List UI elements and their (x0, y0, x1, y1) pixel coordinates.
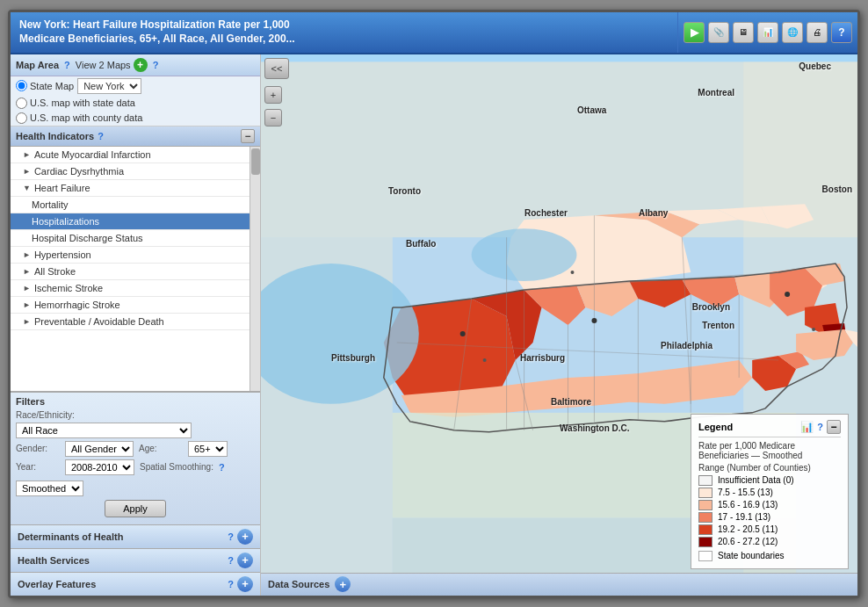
legend-subtitle: Rate per 1,000 MedicareBeneficiaries — S… (698, 441, 841, 460)
smoothing-help-icon[interactable]: ? (219, 462, 225, 473)
main-body: Map Area ? View 2 Maps + ? State Map New… (11, 54, 857, 596)
indicator-item-hf-hosp[interactable]: Hospitalizations (11, 213, 250, 230)
us-state-radio-label[interactable]: U.S. map with state data (16, 98, 135, 109)
health-indicators-header: Health Indicators ? − (11, 126, 260, 147)
indicator-item-allstroke[interactable]: ►All Stroke (11, 264, 250, 280)
map-area-help-icon[interactable]: ? (64, 60, 70, 70)
svg-point-46 (483, 358, 487, 361)
state-map-radio-label[interactable]: State Map (16, 80, 74, 91)
smoothing-select[interactable]: Smoothed (16, 481, 83, 496)
indicator-item-hf-mort[interactable]: Mortality (11, 197, 250, 213)
data-sources-plus-icon[interactable]: + (335, 576, 351, 592)
printer-button[interactable]: 🖨 (807, 22, 828, 43)
view2-plus-icon: + (134, 58, 148, 72)
header-title: New York: Heart Failure Hospitalization … (11, 12, 678, 53)
legend-item: 20.6 - 27.2 (12) (698, 537, 841, 547)
us-county-radio-label[interactable]: U.S. map with county data (16, 112, 142, 124)
state-select[interactable]: New York (77, 78, 141, 94)
health-services-accordion[interactable]: Health Services ? + (11, 548, 260, 572)
us-county-radio[interactable] (16, 112, 27, 124)
indicators-scrollbar[interactable] (250, 147, 260, 391)
health-indicators-label: Health Indicators (16, 131, 94, 141)
zoom-out-button[interactable]: − (264, 109, 282, 126)
determinants-accordion[interactable]: Determinants of Health ? + (11, 524, 260, 548)
state-boundaries-swatch (698, 551, 712, 561)
gender-select[interactable]: All Gender (65, 441, 134, 457)
health-services-label: Health Services (18, 555, 224, 566)
year-select[interactable]: 2008-2010 (65, 459, 134, 475)
overlay-help-icon[interactable]: ? (228, 579, 234, 589)
legend-chart-icon[interactable]: 📊 (800, 421, 814, 433)
legend-swatch (698, 524, 712, 535)
arrow-right-icon: ► (23, 300, 31, 309)
indicator-item-cd[interactable]: ►Cardiac Dysrhythmia (11, 163, 250, 180)
legend-subtitle-text: Rate per 1,000 MedicareBeneficiaries — S… (698, 441, 802, 460)
map-area-bar: Map Area ? View 2 Maps + ? (11, 54, 260, 76)
us-county-row: U.S. map with county data (11, 111, 260, 126)
determinants-help-icon[interactable]: ? (228, 531, 234, 542)
arrow-right-icon: ► (23, 284, 31, 293)
zoom-in-button[interactable]: + (264, 86, 282, 104)
indicator-item-hf[interactable]: ▼Heart Failure (11, 180, 250, 197)
globe-button[interactable]: 🌐 (782, 22, 803, 43)
legend-swatch (698, 537, 712, 547)
legend-item: 17 - 19.1 (13) (698, 512, 841, 523)
race-filter-label: Race/Ethnicity: (16, 410, 75, 420)
state-map-radio[interactable] (16, 80, 27, 91)
title-line2: Medicare Beneficiaries, 65+, All Race, A… (19, 32, 669, 47)
legend-item-label: 17 - 19.1 (13) (718, 512, 770, 522)
gender-age-row: Gender: All Gender Age: 65+ (16, 441, 255, 457)
svg-point-42 (591, 318, 597, 323)
legend-range-label: Range (Number of Counties) (698, 463, 841, 473)
legend-collapse-btn[interactable]: − (827, 420, 841, 434)
us-county-label-text: U.S. map with county data (30, 112, 142, 123)
indicator-item-hemorrhagic[interactable]: ►Hemorrhagic Stroke (11, 297, 250, 314)
sidebar: Map Area ? View 2 Maps + ? State Map New… (11, 54, 261, 596)
legend-box: Legend 📊 ? − Rate per 1,000 MedicareBene… (691, 414, 849, 569)
indicator-item-ischemic[interactable]: ►Ischemic Stroke (11, 280, 250, 297)
legend-header: Legend 📊 ? − (698, 420, 841, 437)
indicator-item-preventable[interactable]: ►Preventable / Avoidable Death (11, 314, 250, 330)
map-area[interactable]: << + − Quebec Montreal Ottawa Toronto Ro… (261, 54, 857, 596)
play-button[interactable]: ▶ (684, 22, 705, 43)
clip-button[interactable]: 📎 (708, 22, 729, 43)
health-indicators-collapse-btn[interactable]: − (241, 129, 255, 143)
race-select-row: All Race (16, 423, 255, 438)
filters-header: Filters (16, 396, 255, 407)
view2-button[interactable]: View 2 Maps + (76, 58, 148, 72)
gender-filter-label: Gender: (16, 444, 60, 453)
arrow-right-icon: ► (23, 317, 31, 326)
state-boundaries-label: State boundaries (718, 551, 785, 560)
us-state-radio[interactable] (16, 98, 27, 109)
determinants-label: Determinants of Health (18, 531, 224, 542)
apply-button[interactable]: Apply (105, 500, 166, 517)
overlay-accordion[interactable]: Overlay Features ? + (11, 572, 260, 596)
health-indicators-help-icon[interactable]: ? (98, 131, 104, 141)
chart-button[interactable]: 📊 (757, 22, 778, 43)
indicator-item-hf-disch[interactable]: Hospital Discharge Status (11, 230, 250, 247)
age-filter-label: Age: (139, 444, 183, 453)
state-map-label-text: State Map (30, 81, 74, 91)
health-services-help-icon[interactable]: ? (228, 555, 234, 566)
race-select[interactable]: All Race (16, 423, 192, 438)
svg-point-43 (460, 330, 466, 336)
map-back-button[interactable]: << (264, 58, 289, 79)
state-map-row: State Map New York (11, 76, 260, 96)
indicator-item-hyp[interactable]: ►Hypertension (11, 247, 250, 264)
help-button[interactable]: ? (831, 22, 852, 43)
monitor-button[interactable]: 🖥 (733, 22, 754, 43)
indicator-item-ami[interactable]: ►Acute Myocardial Infarction (11, 147, 250, 163)
view2-help-icon[interactable]: ? (153, 60, 159, 70)
filters-section: Filters Race/Ethnicity: All Race Gender:… (11, 391, 260, 524)
view2-label: View 2 Maps (76, 60, 131, 70)
legend-item-label: 7.5 - 15.5 (13) (718, 488, 773, 497)
race-filter-row: Race/Ethnicity: (16, 410, 255, 420)
arrow-down-icon: ▼ (23, 184, 31, 192)
overlay-label: Overlay Features (18, 579, 224, 589)
age-select[interactable]: 65+ (188, 441, 228, 457)
legend-swatch (698, 475, 712, 486)
overlay-plus-icon: + (237, 576, 253, 592)
header: New York: Heart Failure Hospitalization … (11, 12, 857, 54)
data-sources-bar: Data Sources + (261, 573, 857, 596)
legend-help-icon[interactable]: ? (817, 422, 823, 432)
